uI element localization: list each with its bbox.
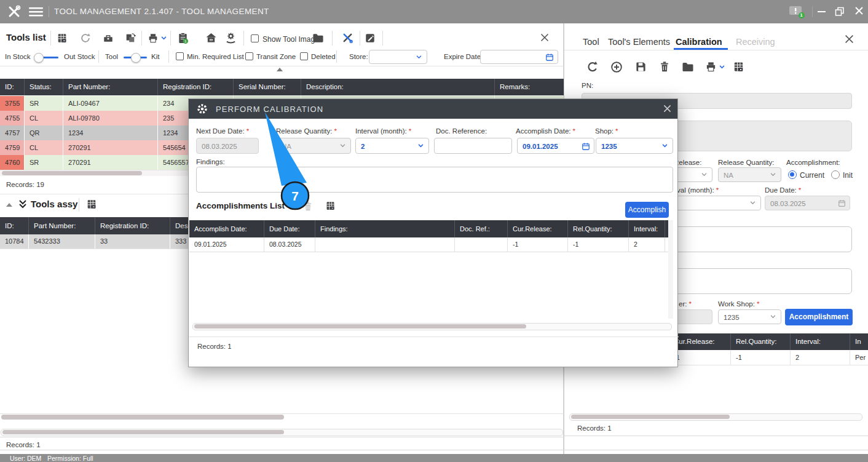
restore-button[interactable] [835, 7, 845, 17]
findings-label: Findings: [196, 158, 225, 165]
transit-zone-checkbox[interactable] [245, 52, 253, 60]
col-serial-number[interactable]: Serial Number: [234, 79, 301, 95]
findings-textarea[interactable] [196, 167, 673, 193]
close-panel-button[interactable] [845, 34, 854, 44]
release-quantity-select[interactable]: NA [276, 138, 351, 154]
col-accomplish-date[interactable]: Accomplish Date: [189, 220, 264, 237]
accomplish-date-input[interactable]: 09.01.2025 [517, 138, 594, 154]
tab-receiving[interactable]: Receiving [736, 37, 775, 47]
refresh-icon[interactable] [80, 33, 91, 44]
minimize-button[interactable] [818, 11, 826, 12]
export-excel-icon[interactable] [57, 33, 68, 44]
hamburger-menu-icon[interactable] [29, 7, 43, 17]
calendar-icon[interactable] [545, 53, 554, 62]
print-dropdown-chevron-icon[interactable] [719, 65, 725, 69]
accomplishments-hscrollbar[interactable] [192, 323, 672, 330]
col-cur-release[interactable]: Cur.Release: [508, 220, 568, 237]
home-store-icon[interactable] [205, 32, 217, 44]
interval-select[interactable]: 2 [355, 138, 429, 154]
radio-current[interactable] [788, 170, 797, 179]
col-part-number[interactable]: Part Number: [63, 79, 158, 95]
store-select[interactable] [369, 50, 427, 64]
doc-number-label: er:* [679, 300, 692, 308]
assy-export-excel-icon[interactable] [86, 199, 97, 210]
in-stock-label: In Stock [5, 53, 31, 60]
add-icon[interactable] [610, 61, 623, 73]
col-rel-quantity[interactable]: Rel.Quantity: [568, 220, 629, 237]
close-tools-list-button[interactable] [540, 33, 549, 42]
collapse-handle-icon[interactable] [277, 68, 283, 71]
copy-move-icon[interactable] [125, 33, 136, 44]
expire-date-input[interactable] [480, 50, 558, 64]
tool-exchange-icon[interactable] [342, 32, 353, 44]
save-icon[interactable] [635, 61, 647, 73]
tool-management-app: TOOL MANAGEMENT 2.1.407 - TOOL MANAGEMEN… [0, 0, 868, 462]
window-title: TOOL MANAGEMENT 2.1.407 - TOOL MANAGEMEN… [54, 7, 269, 16]
col-findings[interactable]: Findings: [315, 220, 455, 237]
interval-month-label: Interval (month):* [355, 127, 411, 135]
dialog-header[interactable]: PERFORM CALIBRATION [189, 99, 677, 119]
tab-calibration[interactable]: Calibration [676, 37, 722, 47]
col-interval[interactable]: Interval: [629, 220, 665, 237]
shop-select[interactable]: 1235 [596, 138, 673, 154]
panel-hscrollbar[interactable] [569, 413, 862, 421]
col-id[interactable]: ID: [0, 79, 25, 95]
clipboard-report-icon[interactable]: 1 [177, 32, 189, 44]
col-extra[interactable]: In [850, 333, 868, 350]
print-icon[interactable] [705, 61, 717, 73]
refresh-icon[interactable] [586, 61, 599, 73]
accomplishment-button[interactable]: Accomplishment [785, 309, 853, 325]
delete-accomplishment-icon[interactable] [303, 201, 313, 212]
work-shop-select[interactable]: 1235 [718, 309, 781, 324]
pn-label: PN: [582, 82, 593, 89]
print-dropdown-chevron-icon[interactable] [161, 36, 167, 40]
calendar-icon [838, 199, 846, 207]
tool-kit-toggle[interactable] [124, 57, 147, 58]
export-excel-icon[interactable] [325, 201, 336, 211]
col-registration-id[interactable]: Registration ID: [158, 79, 234, 95]
accomplishment-row[interactable]: 09.01.2025 08.03.2025 -1 -1 2 12 [189, 237, 673, 252]
doc-reference-input[interactable] [434, 138, 512, 154]
collapse-up-icon[interactable] [6, 203, 12, 207]
close-dialog-button[interactable] [663, 105, 671, 113]
toolbox-icon[interactable] [103, 33, 114, 44]
col-description[interactable]: Description: [301, 79, 495, 95]
release-quantity-label: Release Quantity: [718, 159, 774, 166]
accomplishments-vscrollbar[interactable] [668, 220, 673, 319]
col-part-number[interactable]: Part Number: [29, 217, 95, 234]
col-id[interactable]: ID: [0, 217, 29, 234]
gear-icon [196, 103, 208, 115]
notification-icon[interactable] [789, 6, 806, 19]
folder-icon[interactable] [682, 62, 694, 72]
accomplish-button[interactable]: Accomplish [625, 202, 669, 218]
print-icon[interactable] [148, 33, 159, 44]
interval-select[interactable]: 2 [665, 196, 761, 210]
show-tool-image-checkbox[interactable] [251, 34, 259, 42]
panel-hscrollbar[interactable] [1, 429, 563, 436]
hand-gear-service-icon[interactable] [225, 32, 237, 44]
radio-init[interactable] [831, 170, 840, 179]
close-window-button[interactable] [854, 6, 864, 15]
chevron-down-icon [416, 55, 422, 59]
col-rel-quantity[interactable]: Rel.Quantity: [731, 333, 791, 350]
tab-tools-elements[interactable]: Tool's Elements [608, 37, 670, 47]
calendar-icon[interactable] [582, 142, 590, 151]
toolbar-divider [50, 31, 51, 46]
folder-icon[interactable] [312, 33, 324, 43]
col-remarks[interactable]: Remarks: [495, 79, 564, 95]
export-excel-icon[interactable] [733, 61, 744, 73]
assy-hscrollbar[interactable] [0, 415, 562, 420]
delete-icon[interactable] [659, 61, 670, 73]
expand-double-chevron-icon[interactable] [18, 199, 27, 209]
deleted-checkbox[interactable] [300, 52, 308, 60]
col-doc-ref[interactable]: Doc. Ref.: [455, 220, 508, 237]
tab-tool[interactable]: Tool [583, 37, 599, 47]
stock-toggle[interactable] [35, 57, 58, 58]
col-due-date[interactable]: Due Date: [264, 220, 315, 237]
col-status[interactable]: Status: [25, 79, 63, 95]
col-registration-id[interactable]: Registration ID: [95, 217, 170, 234]
col-interval[interactable]: Interval: [791, 333, 850, 350]
release-quantity-select[interactable]: NA [718, 167, 781, 182]
min-required-checkbox[interactable] [176, 52, 184, 60]
edit-icon[interactable] [365, 33, 376, 44]
